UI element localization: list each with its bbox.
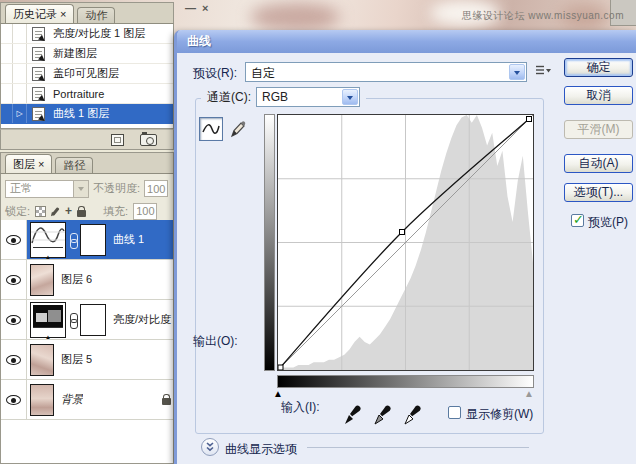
dialog-title: 曲线 — [187, 33, 211, 50]
history-item[interactable]: Portraiture — [1, 84, 173, 104]
history-item[interactable]: 盖印可见图层 — [1, 64, 173, 84]
layer-mask-thumbnail[interactable] — [80, 224, 106, 256]
lock-pixels-icon[interactable] — [52, 207, 60, 216]
layer-name: 图层 5 — [61, 352, 92, 367]
history-state-icon — [32, 87, 45, 101]
panel-close-button[interactable]: × — [202, 2, 208, 14]
tab-actions[interactable]: 动作 — [77, 7, 115, 23]
visibility-toggle[interactable] — [1, 260, 27, 299]
lock-all-icon[interactable] — [77, 210, 86, 217]
layer-thumbnail[interactable] — [30, 264, 54, 296]
layer-thumbnail[interactable] — [30, 344, 54, 376]
history-state-icon — [32, 27, 45, 41]
eye-icon — [6, 355, 21, 365]
curve-plot[interactable] — [277, 114, 534, 371]
history-footer — [0, 129, 174, 150]
layer-thumbnail[interactable] — [30, 384, 54, 416]
new-document-from-state-icon[interactable] — [111, 134, 124, 146]
show-clipping-checkbox[interactable]: ✓ — [448, 406, 461, 419]
history-source-cell[interactable] — [1, 44, 13, 63]
pencil-tool-button[interactable] — [226, 117, 248, 141]
link-icon — [69, 233, 77, 247]
lock-label: 锁定: — [5, 204, 30, 219]
history-source-cell[interactable] — [1, 24, 13, 43]
background-lock-icon — [162, 398, 171, 405]
curve-control-point[interactable] — [400, 230, 405, 235]
chevron-down-icon[interactable] — [342, 89, 358, 105]
dialog-titlebar[interactable]: 曲线 — [177, 30, 636, 53]
input-label: 输入(I): — [281, 399, 320, 416]
visibility-toggle[interactable] — [1, 380, 27, 419]
display-options-expander[interactable] — [201, 438, 219, 456]
history-item[interactable]: 新建图层 — [1, 44, 173, 64]
curve-control-point[interactable] — [278, 365, 283, 370]
black-point-eyedropper-icon[interactable] — [343, 404, 363, 426]
curve-control-point[interactable] — [527, 117, 532, 122]
opacity-value-field[interactable]: 100 — [144, 180, 168, 197]
layer-name: 亮度/对比度 1 — [113, 312, 173, 327]
history-item-selected[interactable]: ▷ 曲线 1 图层 — [1, 104, 173, 124]
lock-position-icon[interactable]: + — [65, 206, 72, 216]
history-source-cell[interactable] — [1, 84, 13, 103]
preset-dropdown[interactable]: 自定 — [245, 62, 527, 82]
layer-name: 背景 — [61, 392, 83, 407]
layers-tabstrip: 图层 × 路径 — [0, 152, 174, 174]
history-state-icon — [32, 107, 45, 121]
output-gradient-bar — [264, 114, 275, 371]
layer-name: 曲线 1 — [113, 232, 144, 247]
thumbnail-slider: ▲ — [33, 327, 63, 335]
layer-row-background[interactable]: 背景 — [1, 380, 173, 420]
pencil-icon — [229, 120, 246, 138]
history-source-cell[interactable] — [1, 64, 13, 83]
opacity-label: 不透明度: — [93, 181, 140, 196]
layer-mask-thumbnail[interactable] — [80, 304, 106, 336]
tab-history[interactable]: 历史记录 × — [5, 4, 74, 23]
layer-list: ▲ 曲线 1 图层 6 ▲ — [0, 220, 174, 464]
panel-minimize-button[interactable]: — — [185, 2, 196, 14]
visibility-toggle[interactable] — [1, 220, 27, 259]
eye-icon — [6, 235, 21, 245]
ok-button[interactable]: 确定 — [564, 58, 633, 77]
history-state-icon — [32, 47, 45, 61]
layer-row-layer-5[interactable]: 图层 5 — [1, 340, 173, 380]
visibility-toggle[interactable] — [1, 340, 27, 379]
photoshop-screen: 思缘设计论坛 www.missyuan.com — × 历史记录 × 动作 亮度… — [0, 0, 636, 464]
history-source-cell[interactable] — [1, 104, 13, 123]
layer-row-layer-6[interactable]: 图层 6 — [1, 260, 173, 300]
display-options-label: 曲线显示选项 — [225, 441, 297, 458]
history-item[interactable]: 亮度/对比度 1 图层 — [1, 24, 173, 44]
channel-label: 通道(C): — [207, 89, 251, 106]
preview-checkbox[interactable]: ✓ — [571, 214, 584, 227]
history-state-icon — [32, 67, 45, 81]
shadow-input-slider[interactable]: ▲ — [273, 389, 283, 399]
channel-dropdown[interactable]: RGB — [256, 87, 360, 107]
cancel-button[interactable]: 取消 — [564, 86, 633, 105]
auto-button[interactable]: 自动(A) — [564, 154, 633, 173]
brightness-contrast-thumbnail[interactable]: ▲ — [30, 302, 66, 338]
curves-adjustment-thumbnail[interactable]: ▲ — [30, 222, 66, 258]
options-button[interactable]: 选项(T)... — [564, 183, 633, 202]
highlight-input-slider[interactable]: ▲ — [524, 389, 534, 399]
input-gradient-bar — [277, 375, 534, 388]
preset-options-icon[interactable] — [535, 64, 551, 80]
layers-controls: 正常 不透明度: 100 锁定: + 填充: 100 — [0, 174, 174, 222]
new-snapshot-icon[interactable] — [140, 134, 157, 146]
chevron-down-icon[interactable] — [509, 64, 525, 80]
tab-paths[interactable]: 路径 — [55, 157, 93, 173]
tab-layers[interactable]: 图层 × — [5, 154, 52, 173]
fill-value-field[interactable]: 100 — [133, 203, 157, 220]
gray-point-eyedropper-icon[interactable] — [373, 404, 393, 426]
eye-icon — [6, 275, 21, 285]
layers-panel: 图层 × 路径 正常 不透明度: 100 锁定: + 填充: 100 — [0, 152, 174, 464]
watermark-text: 思缘设计论坛 www.missyuan.com — [462, 9, 624, 23]
visibility-toggle[interactable] — [1, 300, 27, 339]
link-icon — [69, 313, 77, 327]
blend-mode-select[interactable]: 正常 — [5, 180, 89, 198]
white-point-eyedropper-icon[interactable] — [403, 404, 423, 426]
lock-transparency-icon[interactable] — [35, 206, 46, 217]
photo-blur-blob — [250, 2, 340, 32]
layer-row-curves-1[interactable]: ▲ 曲线 1 — [1, 220, 173, 260]
chevron-down-icon — [73, 181, 88, 197]
curve-point-tool-button[interactable] — [199, 117, 223, 141]
layer-row-brightness-contrast[interactable]: ▲ 亮度/对比度 1 — [1, 300, 173, 340]
